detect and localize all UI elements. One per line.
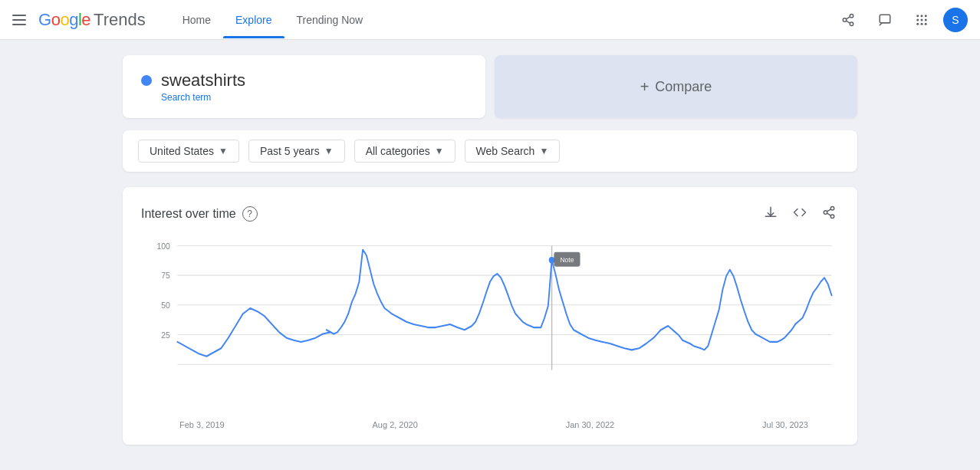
nav-explore[interactable]: Explore	[223, 2, 284, 38]
compare-card[interactable]: + Compare	[495, 55, 857, 118]
svg-text:Note: Note	[560, 256, 574, 264]
svg-point-4	[843, 18, 847, 21]
category-label: All categories	[366, 145, 430, 157]
x-label-2: Aug 2, 2020	[373, 420, 418, 429]
svg-point-19	[824, 211, 827, 215]
svg-point-11	[925, 15, 927, 17]
search-type-filter[interactable]: Web Search ▼	[465, 140, 561, 163]
download-icon[interactable]	[761, 202, 781, 225]
svg-point-20	[830, 215, 834, 219]
svg-point-15	[916, 22, 919, 25]
chart-header: Interest over time ?	[141, 202, 839, 225]
svg-point-13	[921, 18, 923, 21]
app-header: Google Trends Home Explore Trending Now	[0, 0, 980, 40]
main-nav: Home Explore Trending Now	[170, 2, 833, 38]
menu-icon[interactable]	[12, 13, 26, 27]
compare-label: Compare	[655, 79, 712, 95]
share-chart-icon[interactable]	[819, 202, 839, 225]
svg-point-16	[921, 22, 923, 25]
svg-line-21	[827, 213, 830, 215]
svg-point-14	[925, 18, 927, 21]
location-chevron-icon: ▼	[219, 146, 228, 156]
svg-point-33	[549, 257, 555, 263]
chart-x-labels: Feb 3, 2019 Aug 2, 2020 Jan 30, 2022 Jul…	[141, 417, 839, 429]
category-filter[interactable]: All categories ▼	[354, 140, 455, 163]
x-label-4: Jul 30, 2023	[762, 420, 808, 429]
chart-title: Interest over time	[141, 207, 236, 221]
time-range-filter[interactable]: Past 5 years ▼	[248, 140, 345, 163]
feedback-button[interactable]	[870, 5, 900, 35]
share-button[interactable]	[833, 5, 863, 35]
main-content: sweatshirts Search term + Compare United…	[0, 40, 980, 460]
location-filter[interactable]: United States ▼	[138, 140, 239, 163]
chart-actions	[761, 202, 839, 225]
compare-plus-icon: +	[640, 78, 649, 96]
svg-point-9	[916, 15, 919, 17]
svg-text:50: 50	[161, 301, 170, 311]
interest-over-time-card: Interest over time ?	[123, 187, 857, 445]
interest-chart[interactable]: 100 75 50 25 Note	[141, 238, 839, 414]
svg-line-22	[827, 209, 830, 212]
header-actions: S	[833, 5, 968, 35]
x-label-3: Jan 30, 2022	[566, 420, 615, 429]
location-label: United States	[150, 145, 214, 157]
user-avatar[interactable]: S	[943, 8, 968, 32]
chart-container: 100 75 50 25 Note Feb 3, 2019 Aug 2, 202…	[141, 238, 839, 429]
search-compare-row: sweatshirts Search term + Compare	[123, 55, 857, 118]
search-type-label: Web Search	[476, 145, 535, 157]
time-range-chevron-icon: ▼	[324, 146, 334, 156]
svg-point-3	[850, 14, 853, 18]
nav-home[interactable]: Home	[170, 2, 223, 38]
time-range-label: Past 5 years	[260, 145, 320, 157]
svg-text:25: 25	[161, 330, 170, 340]
svg-point-12	[916, 18, 919, 21]
term-color-dot	[141, 75, 152, 86]
svg-point-17	[925, 22, 927, 25]
search-type: Search term	[161, 92, 467, 103]
google-trends-logo[interactable]: Google Trends	[38, 10, 146, 30]
svg-text:100: 100	[157, 241, 170, 251]
svg-line-6	[846, 21, 850, 23]
svg-point-18	[830, 207, 834, 211]
svg-point-5	[850, 22, 853, 26]
embed-icon[interactable]	[790, 202, 810, 225]
nav-trending[interactable]: Trending Now	[284, 2, 376, 38]
svg-text:75: 75	[161, 271, 170, 281]
svg-rect-1	[12, 19, 26, 21]
help-icon[interactable]: ?	[242, 206, 258, 222]
svg-rect-8	[880, 15, 890, 23]
search-type-chevron-icon: ▼	[539, 146, 548, 156]
svg-line-7	[846, 16, 850, 18]
svg-rect-2	[12, 24, 26, 25]
svg-point-10	[921, 15, 923, 17]
svg-rect-0	[12, 15, 26, 16]
apps-button[interactable]	[906, 5, 937, 35]
category-chevron-icon: ▼	[435, 146, 444, 156]
x-label-1: Feb 3, 2019	[179, 420, 225, 429]
search-term[interactable]: sweatshirts	[161, 71, 245, 90]
filters-bar: United States ▼ Past 5 years ▼ All categ…	[123, 130, 857, 172]
search-term-card: sweatshirts Search term	[123, 55, 485, 118]
